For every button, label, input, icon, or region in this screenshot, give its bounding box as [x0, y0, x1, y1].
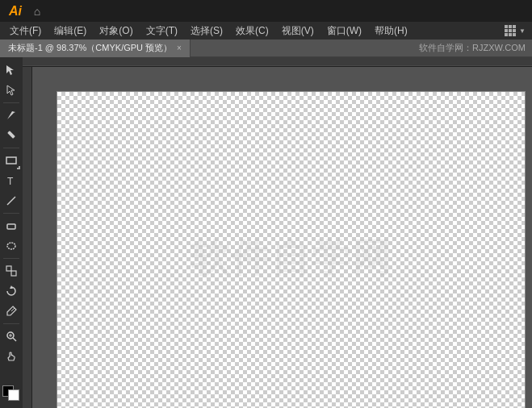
canvas-watermark: 软件自学网: [191, 232, 392, 284]
shape-builder-button[interactable]: [2, 261, 21, 281]
menu-object[interactable]: 对象(O): [93, 22, 139, 40]
menu-window[interactable]: 窗口(W): [320, 22, 368, 40]
menu-effect[interactable]: 效果(C): [229, 22, 275, 40]
color-swatches[interactable]: [2, 381, 21, 405]
chevron-down-icon: ▼: [519, 27, 526, 35]
svg-rect-6: [7, 224, 15, 229]
toolbar-separator: [3, 102, 19, 103]
svg-line-13: [13, 338, 16, 341]
pen-tool-button[interactable]: [2, 106, 21, 125]
toolbar-separator-4: [3, 258, 19, 259]
menu-help[interactable]: 帮助(H): [368, 22, 414, 40]
main-area: T: [0, 57, 532, 408]
menu-type[interactable]: 文字(T): [140, 22, 184, 40]
lasso-tool-button[interactable]: [2, 236, 21, 256]
zoom-tool-button[interactable]: [2, 327, 21, 346]
tab-label: 未标题-1 @ 98.37%（CMYK/GPU 预览）: [8, 42, 172, 54]
tab-right-info: 软件自学网：RJZXW.COM: [419, 42, 532, 54]
ruler-left: [23, 67, 32, 408]
menu-view[interactable]: 视图(V): [275, 22, 320, 40]
menu-edit[interactable]: 编辑(E): [48, 22, 93, 40]
toolbar-separator-5: [3, 323, 19, 324]
eraser-tool-button[interactable]: [2, 216, 21, 235]
tab-bar: 未标题-1 @ 98.37%（CMYK/GPU 预览） × 软件自学网：RJZX…: [0, 40, 532, 57]
toolbar-separator-3: [3, 213, 19, 214]
svg-rect-8: [6, 266, 11, 271]
selection-tool-button[interactable]: [2, 60, 21, 80]
direct-selection-tool-button[interactable]: [2, 81, 21, 100]
pencil-tool-button[interactable]: [2, 126, 21, 145]
svg-line-5: [7, 197, 15, 205]
ai-logo: Ai: [3, 0, 27, 22]
rectangle-tool-button[interactable]: [2, 151, 21, 170]
rotate-tool-button[interactable]: [2, 281, 21, 301]
svg-marker-1: [7, 85, 15, 95]
canvas-scroll-area[interactable]: 软件自学网: [23, 57, 532, 408]
ruler-top-marks: [23, 57, 532, 67]
menu-bar: 文件(F) 编辑(E) 对象(O) 文字(T) 选择(S) 效果(C) 视图(V…: [0, 22, 532, 40]
svg-rect-2: [7, 131, 15, 139]
type-tool-button[interactable]: T: [2, 171, 21, 190]
svg-rect-3: [6, 157, 16, 164]
svg-line-11: [11, 308, 15, 311]
home-icon-button[interactable]: ⌂: [27, 2, 47, 21]
workspace-switcher-button[interactable]: ▼: [501, 25, 529, 36]
grid-icon: [505, 25, 516, 36]
svg-marker-0: [6, 65, 14, 75]
canvas-viewport[interactable]: 软件自学网: [32, 67, 532, 408]
ruler-top: [23, 57, 532, 67]
title-bar: Ai ⌂: [0, 0, 532, 22]
left-toolbar: T: [0, 57, 23, 408]
tab-close-button[interactable]: ×: [177, 44, 182, 52]
eyedropper-tool-button[interactable]: [2, 302, 21, 321]
menu-select[interactable]: 选择(S): [184, 22, 229, 40]
artboard: 软件自学网: [57, 91, 526, 408]
svg-rect-9: [11, 271, 16, 276]
document-tab[interactable]: 未标题-1 @ 98.37%（CMYK/GPU 预览） ×: [0, 40, 191, 57]
hand-tool-button[interactable]: [2, 347, 21, 366]
menu-file[interactable]: 文件(F): [3, 22, 48, 40]
background-color-swatch[interactable]: [8, 389, 19, 401]
line-tool-button[interactable]: [2, 191, 21, 210]
toolbar-separator-2: [3, 148, 19, 148]
svg-point-7: [7, 243, 15, 249]
svg-text:T: T: [7, 176, 14, 186]
